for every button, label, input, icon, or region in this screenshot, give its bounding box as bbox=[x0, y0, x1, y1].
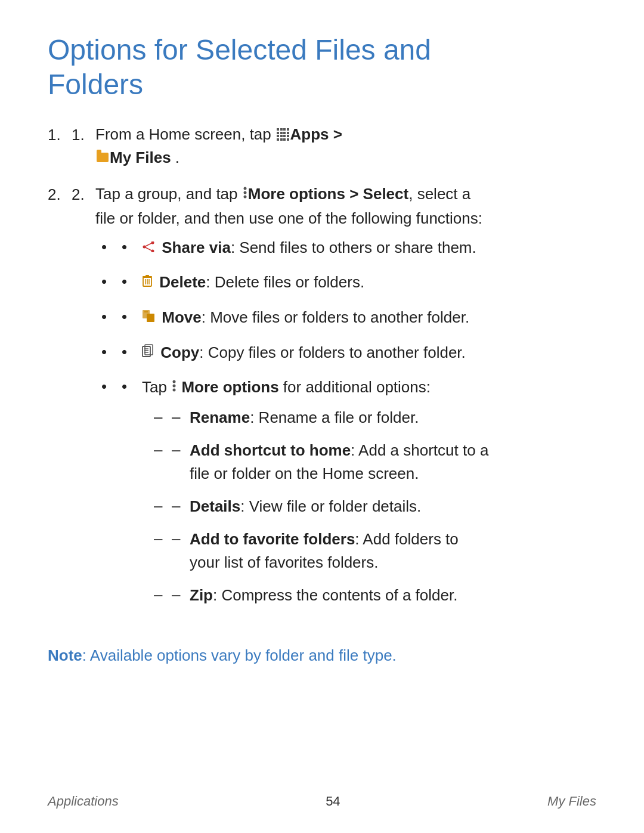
bullet-dot-delete: • bbox=[122, 271, 132, 292]
svg-point-2 bbox=[243, 195, 246, 198]
main-steps-list: 1. From a Home screen, tap Apps > My Fil… bbox=[48, 123, 489, 627]
step-1: 1. From a Home screen, tap Apps > My Fil… bbox=[48, 123, 489, 169]
step-2: 2. Tap a group, and tap More options > S… bbox=[48, 182, 489, 627]
bullet-dot-copy: • bbox=[122, 341, 132, 363]
footer-right: My Files bbox=[547, 794, 596, 809]
svg-point-23 bbox=[173, 384, 176, 387]
more-options-icon-bullet bbox=[172, 376, 177, 399]
sub-options-list: – Rename: Rename a file or folder. – Add… bbox=[154, 406, 489, 607]
rename-text: : Rename a file or folder. bbox=[250, 408, 419, 426]
my-files-folder-icon bbox=[97, 153, 109, 162]
copy-item-content: Copy: Copy files or folders to another f… bbox=[142, 341, 489, 366]
more-options-icon-step2 bbox=[243, 182, 247, 206]
rename-label: Rename bbox=[190, 408, 250, 426]
more-options-label-bullet: More options bbox=[181, 378, 278, 396]
step-1-period: . bbox=[171, 148, 179, 166]
svg-line-7 bbox=[144, 247, 153, 251]
footer-page-number: 54 bbox=[326, 794, 340, 809]
delete-icon bbox=[142, 271, 153, 294]
svg-point-24 bbox=[173, 388, 176, 391]
move-item-content: Move: Move files or folders to another f… bbox=[142, 306, 489, 330]
zip-label: Zip bbox=[190, 586, 213, 604]
bullet-dot-more: • bbox=[122, 376, 132, 397]
share-text: : Send files to others or share them. bbox=[231, 239, 476, 256]
sub-item-rename: – Rename: Rename a file or folder. bbox=[154, 406, 489, 429]
dash-rename: – bbox=[172, 406, 181, 428]
more-options-suffix: for additional options: bbox=[279, 378, 431, 396]
sub-item-details: – Details: View file or folder details. bbox=[154, 495, 489, 518]
sub-item-add-shortcut: – Add shortcut to home: Add a shortcut t… bbox=[154, 439, 489, 485]
note-text: : Available options vary by folder and f… bbox=[82, 646, 397, 664]
apps-icon bbox=[277, 128, 289, 141]
delete-text: : Delete files or folders. bbox=[206, 273, 364, 291]
bullet-copy: • Copy: Copy f bbox=[101, 341, 489, 366]
note-label: Note bbox=[48, 646, 82, 664]
delete-label: Delete bbox=[159, 273, 206, 291]
copy-icon bbox=[142, 340, 154, 364]
shortcut-label: Add shortcut to home bbox=[190, 441, 351, 459]
svg-point-1 bbox=[243, 191, 246, 194]
copy-text: : Copy files or folders to another folde… bbox=[199, 343, 466, 361]
favorite-label: Add to favorite folders bbox=[190, 530, 355, 548]
step-1-content: From a Home screen, tap Apps > My Files … bbox=[95, 123, 489, 169]
bullet-dot-share: • bbox=[122, 236, 132, 258]
sub-item-favorite: – Add to favorite folders: Add folders t… bbox=[154, 528, 489, 574]
svg-point-0 bbox=[243, 187, 246, 190]
svg-rect-15 bbox=[147, 314, 154, 322]
details-content: Details: View file or folder details. bbox=[190, 495, 489, 518]
footer-left: Applications bbox=[48, 794, 119, 809]
share-item-content: Share via: Send files to others or share… bbox=[142, 236, 489, 261]
step-2-text-prefix: Tap a group, and tap bbox=[95, 185, 242, 203]
bullet-delete: • bbox=[101, 271, 489, 295]
bullet-more-options: • Tap More options for additional opt bbox=[101, 376, 489, 617]
share-label: Share via bbox=[162, 239, 231, 256]
move-icon bbox=[142, 306, 155, 329]
svg-rect-10 bbox=[145, 275, 149, 277]
step-2-content: Tap a group, and tap More options > Sele… bbox=[95, 182, 489, 627]
details-label: Details bbox=[190, 497, 240, 515]
more-options-prefix: Tap bbox=[142, 378, 171, 396]
apps-label: Apps > bbox=[290, 125, 342, 143]
page-title: Options for Selected Files and Folders bbox=[48, 33, 489, 101]
dash-details: – bbox=[172, 495, 181, 516]
rename-content: Rename: Rename a file or folder. bbox=[190, 406, 489, 429]
dash-shortcut: – bbox=[172, 439, 181, 460]
bullet-dot-move: • bbox=[122, 306, 132, 327]
zip-text: : Compress the contents of a folder. bbox=[213, 586, 457, 604]
svg-point-22 bbox=[173, 380, 176, 383]
move-label: Move bbox=[162, 308, 201, 326]
bullet-move: • Move: Move files or folders to another… bbox=[101, 306, 489, 330]
more-options-item-content: Tap More options for additional options: bbox=[142, 376, 489, 617]
step-2-number: 2. bbox=[72, 182, 95, 627]
shortcut-content: Add shortcut to home: Add a shortcut to … bbox=[190, 439, 489, 485]
favorite-content: Add to favorite folders: Add folders to … bbox=[190, 528, 489, 574]
details-text: : View file or folder details. bbox=[240, 497, 421, 515]
function-list: • Share via: S bbox=[101, 236, 489, 617]
step-1-number: 1. bbox=[72, 123, 95, 169]
bullet-share: • Share via: S bbox=[101, 236, 489, 261]
delete-item-content: Delete: Delete files or folders. bbox=[142, 271, 489, 295]
svg-line-6 bbox=[144, 243, 153, 247]
more-options-select-label: More options > Select bbox=[248, 185, 408, 203]
copy-label: Copy bbox=[160, 343, 199, 361]
note-section: Note: Available options vary by folder a… bbox=[48, 644, 489, 667]
share-icon bbox=[142, 236, 155, 259]
dash-favorite: – bbox=[172, 528, 181, 549]
page-footer: Applications 54 My Files bbox=[0, 794, 644, 809]
step-1-text-prefix: From a Home screen, tap bbox=[95, 125, 275, 143]
move-text: : Move files or folders to another folde… bbox=[202, 308, 469, 326]
sub-item-zip: – Zip: Compress the contents of a folder… bbox=[154, 584, 489, 607]
my-files-label: My Files bbox=[110, 148, 171, 166]
dash-zip: – bbox=[172, 584, 181, 605]
zip-content: Zip: Compress the contents of a folder. bbox=[190, 584, 489, 607]
